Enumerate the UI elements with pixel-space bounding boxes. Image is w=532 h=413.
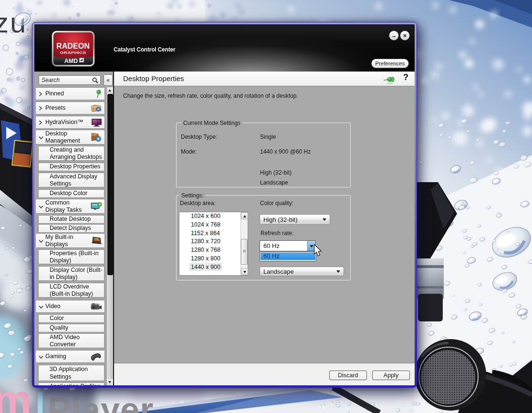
svg-text:AMD: AMD	[64, 58, 78, 64]
svg-text:RADEON: RADEON	[56, 42, 90, 50]
svg-text:Player: Player	[48, 391, 154, 413]
svg-text:m: m	[0, 376, 31, 413]
svg-text:GRAPHICS: GRAPHICS	[60, 51, 87, 55]
